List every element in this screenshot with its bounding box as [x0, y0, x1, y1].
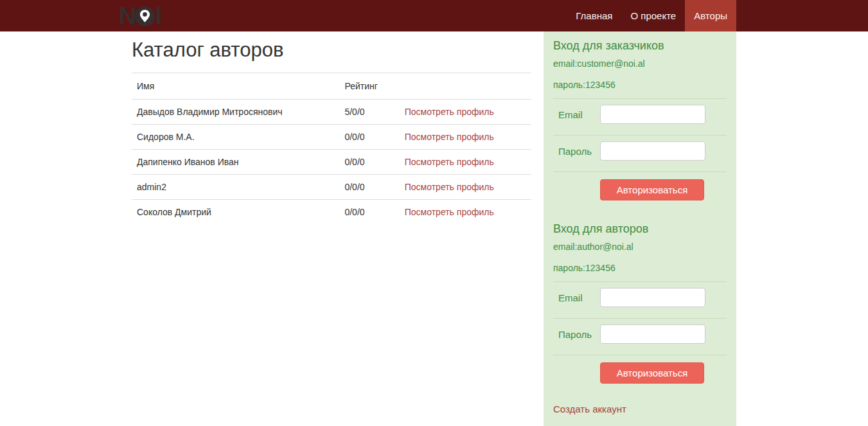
main-nav: Главная О проекте Авторы — [567, 0, 736, 31]
column-header-name: Имя — [132, 73, 339, 100]
view-profile-link[interactable]: Посмотреть профиль — [405, 107, 494, 117]
view-profile-link[interactable]: Посмотреть профиль — [405, 157, 494, 167]
table-row: Сидоров М.А. 0/0/0 Посмотреть профиль — [132, 125, 531, 150]
author-name: admin2 — [132, 175, 339, 200]
password-hint: пароль:123456 — [553, 80, 727, 90]
column-header-rating: Рейтинг — [339, 73, 399, 100]
divider — [553, 98, 727, 99]
author-rating: 0/0/0 — [339, 150, 399, 175]
email-form-row: Email — [553, 105, 727, 124]
table-row: Давыдов Владимир Митросянович 5/0/0 Посм… — [132, 100, 531, 125]
author-name: Дапипенко Иванов Иван — [132, 150, 339, 175]
divider — [553, 318, 727, 319]
main-content: Каталог авторов Имя Рейтинг Давыдов Влад… — [132, 31, 531, 224]
email-label: Email — [553, 292, 600, 303]
customer-login-button[interactable]: Авторизоваться — [600, 179, 704, 200]
author-rating: 0/0/0 — [339, 200, 399, 225]
author-rating: 0/0/0 — [339, 125, 399, 150]
divider — [553, 135, 727, 136]
authors-table: Имя Рейтинг Давыдов Владимир Митросянови… — [132, 73, 531, 224]
page-title: Каталог авторов — [132, 37, 531, 63]
divider — [553, 281, 727, 282]
customer-email-input[interactable] — [600, 105, 705, 124]
table-row: admin2 0/0/0 Посмотреть профиль — [132, 175, 531, 200]
view-profile-link[interactable]: Посмотреть профиль — [405, 132, 494, 142]
brand-letter-n: N — [119, 4, 135, 28]
author-name: Сидоров М.А. — [132, 125, 339, 150]
table-row: Соколов Дмитрий 0/0/0 Посмотреть профиль — [132, 200, 531, 225]
email-label: Email — [553, 109, 600, 120]
map-pin-icon — [135, 6, 155, 27]
author-name: Соколов Дмитрий — [132, 200, 339, 225]
view-profile-link[interactable]: Посмотреть профиль — [405, 182, 494, 192]
password-hint: пароль:123456 — [553, 263, 727, 273]
author-login-section: Вход для авторов email:author@noi.al пар… — [553, 222, 727, 384]
password-label: Пароль — [553, 329, 600, 340]
sidebar-links: Создать аккаунт Забыл пароль — [553, 404, 727, 426]
section-title: Вход для авторов — [553, 222, 727, 236]
brand-logo[interactable]: N I — [119, 4, 161, 28]
email-hint: email:customer@noi.al — [553, 58, 727, 69]
create-account-link[interactable]: Создать аккаунт — [553, 404, 727, 414]
author-email-input[interactable] — [600, 288, 705, 307]
author-rating: 5/0/0 — [339, 100, 399, 125]
navbar: N I Главная О проекте Авторы — [0, 0, 868, 31]
login-sidebar: Вход для заказчиков email:customer@noi.a… — [544, 31, 736, 426]
nav-item-home[interactable]: Главная — [567, 0, 621, 31]
author-rating: 0/0/0 — [339, 175, 399, 200]
table-header-row: Имя Рейтинг — [132, 73, 531, 100]
table-row: Дапипенко Иванов Иван 0/0/0 Посмотреть п… — [132, 150, 531, 175]
password-label: Пароль — [553, 146, 600, 157]
nav-link-authors[interactable]: Авторы — [685, 0, 736, 31]
author-name: Давыдов Владимир Митросянович — [132, 100, 339, 125]
nav-item-authors[interactable]: Авторы — [685, 0, 736, 31]
author-password-input[interactable] — [600, 324, 705, 344]
brand-letter-i: I — [155, 4, 161, 28]
view-profile-link[interactable]: Посмотреть профиль — [405, 207, 494, 217]
nav-link-home[interactable]: Главная — [567, 0, 621, 31]
divider — [553, 172, 727, 172]
author-login-button[interactable]: Авторизоваться — [600, 362, 704, 384]
email-form-row: Email — [553, 288, 727, 307]
customer-login-section: Вход для заказчиков email:customer@noi.a… — [553, 39, 727, 200]
customer-password-input[interactable] — [600, 141, 705, 161]
nav-item-about[interactable]: О проекте — [621, 0, 685, 31]
password-form-row: Пароль — [553, 324, 727, 344]
nav-link-about[interactable]: О проекте — [621, 0, 685, 31]
divider — [553, 355, 727, 355]
section-title: Вход для заказчиков — [553, 39, 727, 53]
password-form-row: Пароль — [553, 141, 727, 161]
email-hint: email:author@noi.al — [553, 242, 727, 252]
column-header-action — [400, 73, 531, 100]
